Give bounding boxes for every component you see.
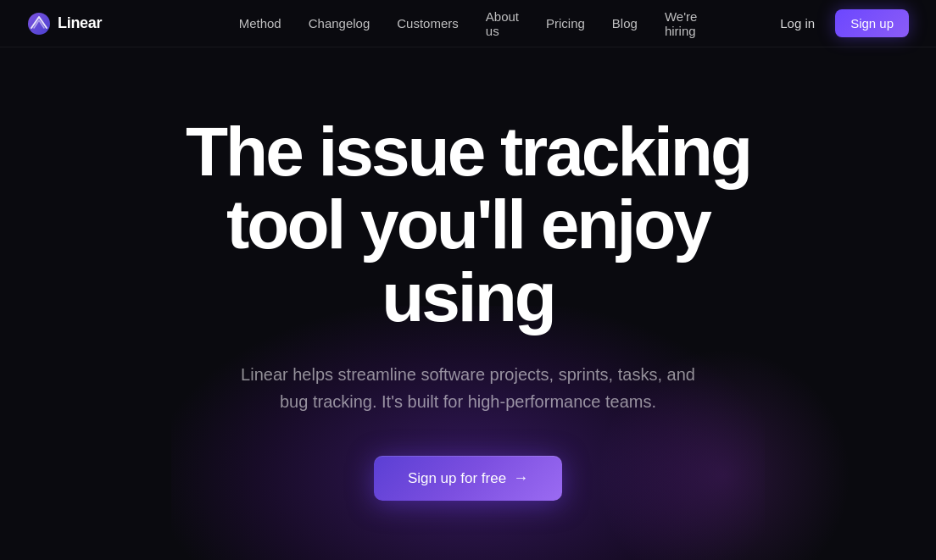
nav-link-method[interactable]: Method — [227, 11, 293, 36]
hero-section: The issue tracking tool you'll enjoy usi… — [0, 47, 936, 501]
linear-logo-icon — [27, 12, 51, 36]
hero-title-line1: The issue tracking — [186, 113, 750, 190]
nav-link-changelog[interactable]: Changelog — [297, 11, 382, 36]
cta-arrow-icon: → — [513, 469, 528, 487]
hero-title-line2: tool you'll enjoy using — [226, 186, 710, 335]
nav-link-pricing[interactable]: Pricing — [534, 11, 597, 36]
cta-signup-button[interactable]: Sign up for free → — [374, 456, 562, 501]
nav-link-blog[interactable]: Blog — [600, 11, 649, 36]
svg-point-0 — [28, 13, 50, 35]
nav-link-customers[interactable]: Customers — [385, 11, 471, 36]
nav-logo-area: Linear — [27, 12, 102, 36]
navbar: Linear Method Changelog Customers About … — [0, 0, 936, 47]
signup-button[interactable]: Sign up — [835, 9, 909, 37]
brand-name: Linear — [58, 14, 102, 32]
login-button[interactable]: Log in — [770, 11, 825, 36]
cta-label: Sign up for free — [408, 470, 506, 487]
nav-link-about[interactable]: About us — [474, 4, 531, 43]
hero-subtitle: Linear helps streamline software project… — [231, 361, 705, 415]
nav-link-hiring[interactable]: We're hiring — [653, 4, 709, 43]
nav-links-container: Method Changelog Customers About us Pric… — [227, 4, 710, 43]
hero-title: The issue tracking tool you'll enjoy usi… — [137, 115, 799, 334]
nav-auth-area: Log in Sign up — [770, 9, 909, 37]
